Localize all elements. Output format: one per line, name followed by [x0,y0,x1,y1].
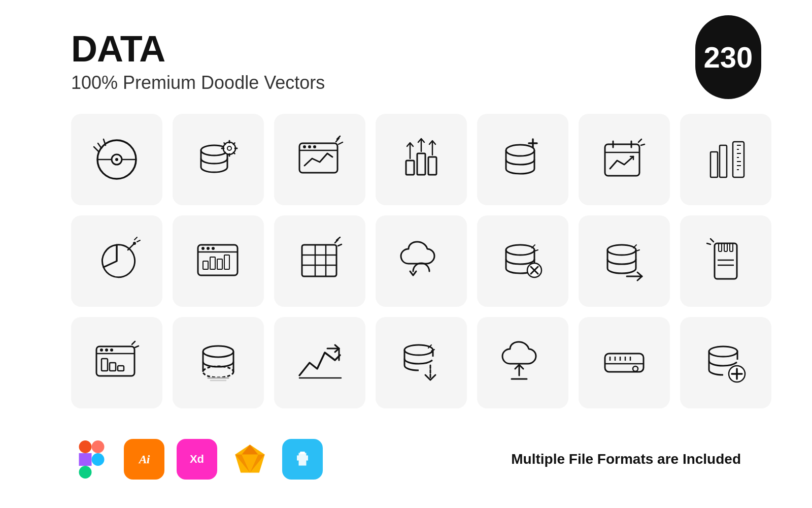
icon-card-database-download [376,317,467,408]
bar-chart-arrows-icon [396,134,447,185]
svg-point-101 [203,346,233,357]
svg-rect-28 [417,153,425,175]
svg-rect-97 [110,363,116,371]
icon-card-disc [71,114,162,205]
svg-line-5 [94,147,99,152]
icon-card-data-grid [274,215,365,307]
svg-line-100 [135,346,139,347]
icon-card-calendar-chart [579,114,670,205]
svg-point-104 [203,366,233,377]
icon-card-browser-bar-down [71,317,162,408]
browser-bar-decline-icon [91,337,142,388]
svg-line-71 [338,244,342,246]
svg-point-21 [303,145,306,148]
icon-card-memory [680,215,771,307]
svg-rect-36 [605,144,639,176]
icons-grid [71,114,741,408]
svg-point-59 [207,247,210,250]
svg-point-23 [313,145,316,148]
icon-card-database-empty [173,317,264,408]
svg-point-79 [607,245,636,255]
app-icons-list: Ai Xd [71,439,323,480]
footer-formats-text: Multiple File Formats are Included [511,451,741,467]
svg-line-40 [638,139,641,142]
icon-card-database-add-small [680,317,771,408]
svg-line-54 [134,237,137,240]
svg-point-93 [100,348,103,352]
svg-rect-27 [406,161,414,175]
illustrator-app-icon: Ai [124,439,164,480]
svg-point-110 [404,345,433,355]
database-add-small-icon [700,337,751,388]
svg-rect-64 [224,255,229,269]
svg-rect-98 [118,366,124,371]
icon-card-database-plus [477,114,568,205]
svg-rect-83 [715,243,737,279]
cloud-sync-icon [396,236,447,287]
svg-point-118 [633,366,638,371]
data-ruler-icon [700,134,751,185]
svg-rect-51 [720,145,727,177]
icon-card-pie-chart [71,215,162,307]
svg-point-60 [212,247,215,250]
svg-point-73 [506,245,534,255]
svg-point-124 [709,346,737,357]
svg-rect-65 [302,245,336,276]
svg-point-95 [110,348,113,352]
database-download-icon [396,337,447,388]
svg-point-131 [91,453,104,466]
svg-point-22 [308,145,311,148]
svg-point-94 [105,348,108,352]
page-title: DATA [71,30,741,67]
browser-line-chart-icon [294,134,345,185]
svg-line-78 [535,250,538,251]
icon-card-cloud-sync [376,215,467,307]
database-remove-icon [497,236,548,287]
figma-app-icon [71,439,112,480]
svg-point-53 [133,242,136,245]
svg-line-6 [98,143,101,148]
adobexd-app-icon: Xd [177,439,217,480]
icon-card-database-arrow [579,215,670,307]
svg-line-25 [339,142,343,144]
svg-line-113 [431,350,434,351]
icon-card-data-ruler [680,114,771,205]
icon-card-database-gear [173,114,264,205]
footer-section: Ai Xd [71,439,741,480]
svg-rect-132 [79,466,91,479]
svg-rect-96 [101,359,108,371]
database-empty-icon [193,337,244,388]
memory-card-icon [700,236,751,287]
svg-rect-85 [724,243,727,251]
svg-rect-84 [719,243,722,251]
database-add-icon [497,134,548,185]
icon-card-trend-up [274,317,365,408]
svg-point-33 [506,145,534,156]
svg-rect-29 [428,157,436,175]
svg-line-41 [641,144,645,145]
icon-card-browser-chart [274,114,365,205]
svg-line-89 [710,239,714,242]
data-grid-icon [294,236,345,287]
svg-rect-130 [79,453,91,466]
dashboard-icon [193,236,244,287]
calendar-chart-icon [599,134,650,185]
page-subtitle: 100% Premium Doodle Vectors [71,72,741,93]
header-section: DATA 100% Premium Doodle Vectors [71,30,741,93]
svg-rect-128 [79,440,91,453]
pie-chart-icon [91,236,142,287]
svg-rect-42 [733,142,744,177]
svg-point-2 [115,158,118,161]
hard-drive-icon [599,337,650,388]
trend-up-icon [294,337,345,388]
svg-rect-139 [300,452,305,454]
svg-point-58 [201,247,205,250]
database-gear-icon [193,134,244,185]
icon-card-database-remove [477,215,568,307]
craft-app-icon [282,439,323,480]
svg-rect-86 [730,243,733,251]
svg-line-82 [636,250,639,251]
icon-card-bar-arrows [376,114,467,205]
svg-rect-62 [210,257,215,269]
svg-rect-129 [91,440,104,453]
